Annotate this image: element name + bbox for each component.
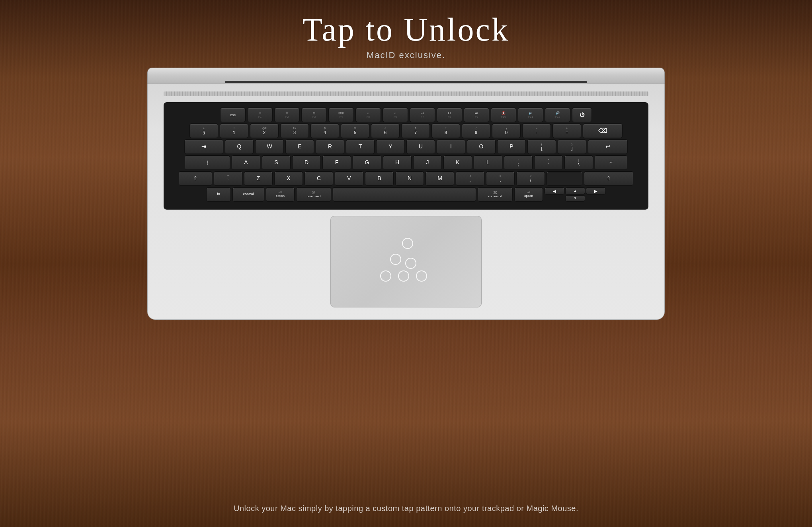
key-7[interactable]: & 7: [401, 124, 430, 138]
tap-dot-3: [405, 258, 416, 269]
key-control[interactable]: control: [232, 187, 264, 202]
key-3[interactable]: £# 3: [280, 124, 309, 138]
key-6[interactable]: ^ 6: [371, 124, 400, 138]
key-x[interactable]: X: [274, 171, 303, 186]
key-y[interactable]: Y: [376, 140, 405, 154]
arrow-left-right-up: ◀ ▲ ▼ ▶: [545, 187, 606, 202]
key-equals[interactable]: + =: [552, 124, 581, 138]
key-command-left[interactable]: ⌘ command: [296, 187, 331, 202]
trackpad[interactable]: [330, 216, 482, 307]
key-h[interactable]: H: [383, 156, 412, 170]
tap-dot-2: [390, 254, 401, 265]
key-f1[interactable]: ☀ F1: [247, 108, 273, 122]
key-m[interactable]: M: [426, 171, 454, 186]
key-n[interactable]: N: [395, 171, 424, 186]
key-caps[interactable]: ● ⇪: [185, 156, 230, 170]
bottom-description: Unlock your Mac simply by tapping a cust…: [0, 504, 812, 513]
key-fn[interactable]: fn: [206, 187, 231, 202]
key-w[interactable]: W: [255, 140, 284, 154]
key-f3[interactable]: ⊞ F3: [301, 108, 327, 122]
key-arrow-right[interactable]: ▶: [586, 187, 606, 194]
key-e[interactable]: E: [285, 140, 314, 154]
key-bracket-close[interactable]: } ]: [558, 140, 586, 154]
asdf-row: ● ⇪ A S D F G H J K L : ; " ': [170, 156, 642, 170]
key-comma[interactable]: < ,: [456, 171, 484, 186]
key-9[interactable]: ( 9: [462, 124, 490, 138]
key-option-right[interactable]: alt option: [514, 187, 543, 202]
key-f2[interactable]: ☀ F2: [274, 108, 300, 122]
key-o[interactable]: O: [467, 140, 496, 154]
key-section[interactable]: ± §: [189, 124, 218, 138]
key-arrow-up[interactable]: ▲: [565, 187, 585, 194]
key-minus[interactable]: – -: [522, 124, 551, 138]
key-f4[interactable]: ⊞⊞ F4: [328, 108, 354, 122]
key-f7[interactable]: ⏮ F7: [410, 108, 435, 122]
key-f10[interactable]: 🔇 F10: [491, 108, 516, 122]
key-arrow-left[interactable]: ◀: [545, 187, 564, 194]
key-arrow-down[interactable]: ▼: [565, 195, 585, 202]
key-r[interactable]: R: [316, 140, 344, 154]
key-5[interactable]: % 5: [341, 124, 369, 138]
key-a[interactable]: A: [232, 156, 260, 170]
trackpad-wrapper: [164, 216, 648, 307]
key-shift-left[interactable]: ⇧: [179, 171, 212, 186]
key-backslash[interactable]: | \: [564, 156, 593, 170]
key-f5[interactable]: ☼ F5: [355, 108, 381, 122]
key-quote[interactable]: " ': [534, 156, 563, 170]
page-subtitle: MacID exclusive.: [0, 50, 812, 60]
up-down-keys: ▲ ▼: [565, 187, 585, 202]
page-title: Tap to Unlock: [0, 12, 812, 48]
key-backtick[interactable]: ~ `: [214, 171, 242, 186]
bottom-text-area: Unlock your Mac simply by tapping a cust…: [0, 504, 812, 513]
key-8[interactable]: * 8: [431, 124, 460, 138]
key-g[interactable]: G: [353, 156, 381, 170]
key-semicolon[interactable]: : ;: [504, 156, 533, 170]
key-z[interactable]: Z: [244, 171, 273, 186]
key-f9[interactable]: ⏭ F9: [464, 108, 489, 122]
zxcv-row: ⇧ ~ ` Z X C V B N M < , > .: [170, 171, 642, 186]
key-f12[interactable]: 🔊 F12: [545, 108, 570, 122]
key-option-left[interactable]: alt option: [266, 187, 295, 202]
key-command-right[interactable]: ⌘ command: [478, 187, 513, 202]
tap-dot-4: [380, 270, 391, 282]
key-power[interactable]: ⏻: [572, 108, 592, 122]
key-gap: [547, 171, 582, 186]
key-0[interactable]: ) 0: [492, 124, 521, 138]
key-s[interactable]: S: [262, 156, 291, 170]
key-d[interactable]: D: [292, 156, 321, 170]
key-shift-right[interactable]: ⇧: [584, 171, 633, 186]
key-v[interactable]: V: [335, 171, 363, 186]
key-u[interactable]: U: [406, 140, 435, 154]
key-esc[interactable]: esc: [220, 108, 246, 122]
key-p[interactable]: P: [497, 140, 526, 154]
key-period[interactable]: > .: [486, 171, 515, 186]
key-j[interactable]: J: [413, 156, 442, 170]
key-backspace[interactable]: ⌫: [583, 124, 623, 138]
key-b[interactable]: B: [365, 171, 394, 186]
key-2[interactable]: @€ 2: [250, 124, 279, 138]
arrow-keys: ◀ ▲ ▼ ▶: [545, 187, 606, 202]
key-bracket-open[interactable]: { [: [527, 140, 556, 154]
key-enter[interactable]: ↵: [588, 140, 628, 154]
speaker-bar-top: [164, 91, 648, 96]
keyboard: esc ☀ F1 ☀ F2 ⊞ F3 ⊞⊞ F4: [164, 102, 648, 210]
key-f6[interactable]: ☼ F6: [383, 108, 408, 122]
key-1[interactable]: ! 1: [220, 124, 248, 138]
key-enter-ext[interactable]: ⌤: [595, 156, 627, 170]
key-slash[interactable]: ? /: [516, 171, 545, 186]
key-l[interactable]: L: [474, 156, 502, 170]
num-row: ± § ! 1 @€ 2 £# 3 $ 4: [170, 124, 642, 138]
key-f8[interactable]: ⏯ F8: [437, 108, 462, 122]
key-4[interactable]: $ 4: [310, 124, 339, 138]
key-t[interactable]: T: [346, 140, 375, 154]
key-f[interactable]: F: [322, 156, 351, 170]
tap-dot-5: [398, 270, 409, 282]
key-q[interactable]: Q: [225, 140, 254, 154]
key-spacebar[interactable]: [333, 187, 476, 202]
key-i[interactable]: I: [437, 140, 465, 154]
key-k[interactable]: K: [443, 156, 472, 170]
key-tab[interactable]: ⇥: [184, 140, 223, 154]
key-f11[interactable]: 🔉 F11: [518, 108, 543, 122]
key-c[interactable]: C: [304, 171, 333, 186]
macbook-lid: [147, 68, 665, 84]
